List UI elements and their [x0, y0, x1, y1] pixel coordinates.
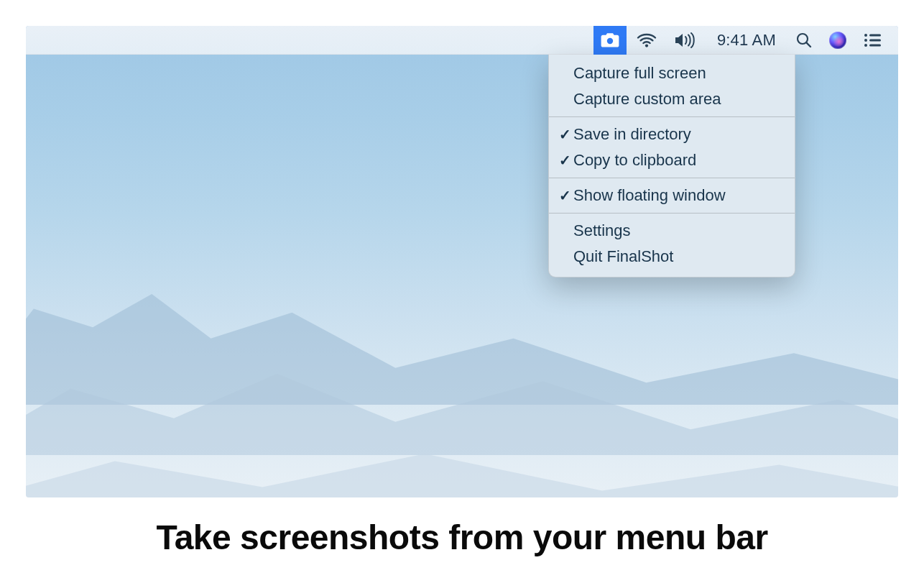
menu-show-floating-window[interactable]: ✓ Show floating window — [549, 183, 795, 208]
menu-item-label: Capture custom area — [573, 88, 779, 111]
menu-capture-custom-area[interactable]: Capture custom area — [549, 86, 795, 112]
menubar-clock[interactable]: 9:41 AM — [707, 31, 786, 50]
menu-bar: 9:41 AM — [26, 26, 898, 55]
wifi-icon — [637, 32, 657, 48]
menu-item-label: Capture full screen — [573, 62, 779, 85]
menu-save-in-directory[interactable]: ✓ Save in directory — [549, 121, 795, 147]
desktop-wallpaper: 9:41 AM — [26, 26, 898, 497]
svg-rect-9 — [869, 39, 881, 41]
menubar-volume[interactable] — [667, 26, 704, 55]
menu-item-label: Settings — [573, 219, 779, 242]
menu-separator — [549, 213, 795, 214]
menu-capture-full-screen[interactable]: Capture full screen — [549, 60, 795, 86]
svg-point-6 — [864, 39, 867, 42]
volume-icon — [674, 32, 697, 48]
menu-quit[interactable]: Quit FinalShot — [549, 244, 795, 270]
svg-point-5 — [864, 34, 867, 37]
camera-icon — [601, 32, 619, 48]
menu-settings[interactable]: Settings — [549, 218, 795, 244]
svg-rect-10 — [869, 44, 881, 46]
menu-copy-to-clipboard[interactable]: ✓ Copy to clipboard — [549, 147, 795, 173]
menu-item-label: Copy to clipboard — [573, 149, 779, 172]
svg-point-7 — [864, 44, 867, 47]
svg-rect-8 — [869, 34, 881, 36]
menubar-wifi[interactable] — [629, 26, 664, 55]
mountain-layer-mid — [26, 263, 898, 455]
app-dropdown-menu: Capture full screen Capture custom area … — [548, 55, 795, 277]
check-icon: ✓ — [556, 184, 573, 207]
svg-point-2 — [645, 44, 648, 47]
menu-item-label: Show floating window — [573, 184, 779, 207]
svg-line-4 — [806, 42, 810, 47]
menu-item-label: Save in directory — [573, 123, 779, 146]
menubar-spotlight[interactable] — [789, 26, 819, 55]
search-icon — [796, 32, 812, 48]
menubar-app-icon[interactable] — [593, 26, 627, 55]
menu-separator — [549, 116, 795, 117]
mountain-layer-front — [26, 313, 898, 497]
check-icon: ✓ — [556, 123, 573, 146]
menu-separator — [549, 178, 795, 178]
menubar-siri[interactable] — [822, 26, 854, 55]
menubar-notification-center[interactable] — [856, 26, 888, 55]
list-icon — [864, 33, 881, 47]
siri-icon — [829, 32, 846, 49]
check-icon: ✓ — [556, 149, 573, 172]
marketing-caption: Take screenshots from your menu bar — [0, 518, 924, 557]
menu-item-label: Quit FinalShot — [573, 245, 779, 268]
